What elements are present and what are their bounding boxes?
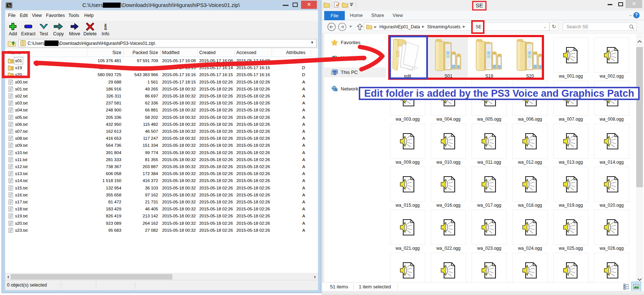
svg-text:7z: 7z xyxy=(7,4,11,7)
svg-text:i: i xyxy=(104,22,107,31)
